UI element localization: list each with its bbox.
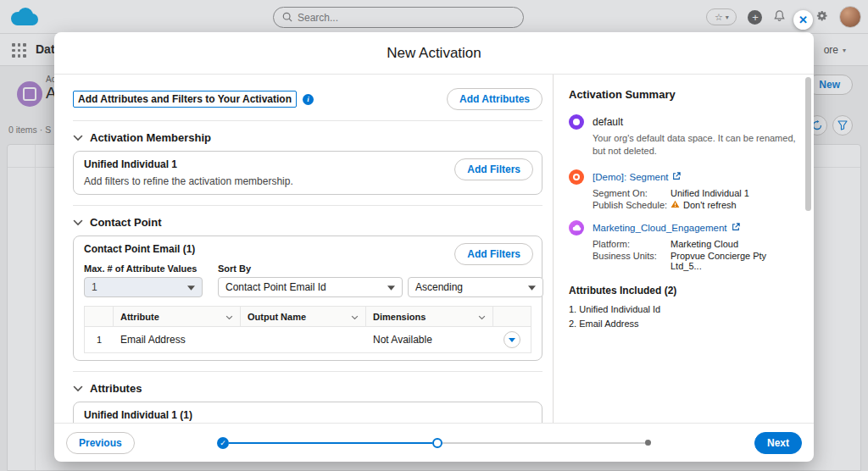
list-item: 1. Unified Individual Id (569, 302, 798, 318)
data-space-icon (569, 114, 584, 130)
chevron-down-icon (73, 382, 83, 395)
add-attributes-button[interactable]: Add Attributes (447, 88, 542, 110)
step-upcoming-icon (645, 440, 651, 446)
chevron-down-icon (351, 312, 359, 322)
progress-line-complete (229, 442, 432, 444)
attribute-table: Attribute Output Name Dimensions (84, 306, 531, 353)
chevron-down-icon (387, 281, 395, 293)
step-current-icon (432, 438, 442, 448)
segment-link[interactable]: [Demo]: Segment (593, 172, 681, 182)
row-actions-header (493, 307, 531, 326)
activation-config-pane: Add Attributes and Filters to Your Activ… (54, 75, 553, 423)
divider (73, 205, 542, 206)
segment-icon (569, 169, 584, 185)
attributes-included-title: Attributes Included (2) (569, 285, 798, 296)
step-heading: Add Attributes and Filters to Your Activ… (73, 91, 297, 108)
divider (73, 120, 542, 121)
activation-target-link[interactable]: Marketing_Cloud_Engagement (593, 223, 740, 233)
activation-summary-pane: Activation Summary default Your org's de… (553, 75, 814, 423)
summary-scrollbar-thumb[interactable] (805, 77, 811, 211)
contact-point-card: Contact Point Email (1) Add Filters Max.… (73, 236, 542, 361)
column-header-output-name[interactable]: Output Name (241, 307, 366, 326)
sort-field-select[interactable]: Contact Point Email Id (218, 277, 403, 297)
table-row: 1 Email Address Not Available (85, 327, 531, 352)
chevron-down-icon (187, 281, 195, 293)
chevron-down-icon (478, 312, 486, 322)
attributes-card-title: Unified Individual 1 (1) (84, 409, 531, 421)
info-icon[interactable]: i (303, 94, 314, 105)
chevron-down-icon (225, 312, 233, 322)
segment-details: Segment On: Unified Individual 1 Publish… (593, 188, 798, 210)
attributes-card: Unified Individual 1 (1) (73, 402, 542, 423)
progress-line-upcoming (442, 442, 646, 444)
next-button[interactable]: Next (754, 432, 802, 454)
sort-direction-select[interactable]: Ascending (408, 277, 543, 297)
modal-close-button[interactable]: ✕ (793, 10, 813, 30)
previous-button[interactable]: Previous (66, 432, 135, 454)
row-number: 1 (85, 335, 114, 345)
section-attributes[interactable]: Attributes (73, 382, 542, 395)
new-activation-modal: New Activation Add Attributes and Filter… (54, 32, 814, 462)
screen: ☆ ▾ + ? Dat ore ▾ Ac A 0 items · S (0, 0, 868, 471)
row-number-header (85, 307, 114, 326)
divider (73, 371, 542, 372)
data-space-name: default (593, 116, 623, 128)
membership-add-filters-button[interactable]: Add Filters (454, 158, 533, 180)
row-actions-menu-button[interactable] (504, 331, 520, 348)
contact-point-add-filters-button[interactable]: Add Filters (454, 243, 533, 265)
cell-dimensions: Not Available (366, 334, 493, 346)
sort-by-group: Sort By Contact Point Email Id Ascending (218, 263, 543, 297)
warning-icon (670, 200, 680, 210)
section-activation-membership[interactable]: Activation Membership (73, 131, 542, 144)
close-icon: ✕ (798, 14, 808, 26)
data-space-item: default (569, 114, 798, 130)
step-complete-icon: ✓ (217, 437, 229, 449)
external-link-icon (672, 172, 681, 182)
max-attribute-values-select[interactable]: 1 (84, 277, 203, 297)
activation-target-details: Platform: Marketing Cloud Business Units… (593, 239, 798, 271)
max-attribute-values-group: Max. # of Attribute Values 1 (84, 263, 203, 297)
marketing-cloud-icon (569, 220, 584, 236)
membership-card: Unified Individual 1 Add filters to refi… (73, 151, 542, 195)
activation-target-item: Marketing_Cloud_Engagement (569, 220, 798, 236)
column-header-dimensions[interactable]: Dimensions (366, 307, 493, 326)
chevron-down-icon (528, 281, 536, 293)
max-attribute-values-label: Max. # of Attribute Values (84, 263, 203, 274)
cell-attribute: Email Address (114, 334, 241, 346)
segment-item: [Demo]: Segment (569, 169, 798, 185)
attributes-included-list: 1. Unified Individual Id 2. Email Addres… (569, 302, 798, 332)
section-contact-point[interactable]: Contact Point (73, 216, 542, 229)
modal-title: New Activation (54, 32, 814, 75)
chevron-down-icon (73, 216, 83, 229)
summary-title: Activation Summary (569, 88, 798, 101)
wizard-progress-indicator: ✓ (217, 437, 651, 449)
attribute-table-header: Attribute Output Name Dimensions (85, 307, 531, 327)
modal-footer: Previous ✓ Next (54, 423, 814, 462)
data-space-description: Your org's default data space. It can be… (593, 132, 798, 158)
external-link-icon (732, 223, 740, 233)
list-item: 2. Email Address (569, 317, 798, 332)
column-header-attribute[interactable]: Attribute (114, 307, 241, 326)
chevron-down-icon (73, 131, 83, 144)
